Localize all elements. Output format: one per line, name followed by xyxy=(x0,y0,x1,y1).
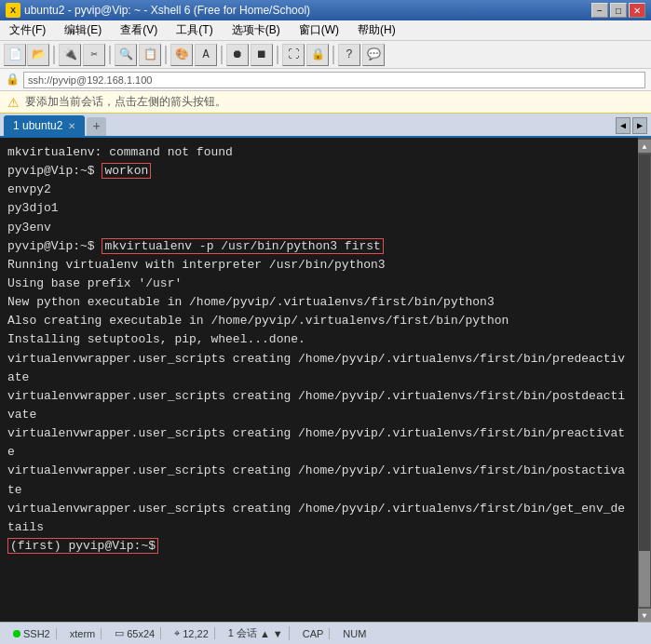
toolbar-btn-stop[interactable]: ⏹ xyxy=(251,44,273,66)
line-13: virtualenvwrapper.user_scripts creating … xyxy=(7,389,625,422)
scroll-handle[interactable] xyxy=(639,551,650,607)
sessions-nav-up[interactable]: ▲ xyxy=(260,628,270,639)
terminal-output[interactable]: mkvirtualenv: command not found pyvip@Vi… xyxy=(0,138,638,622)
vertical-scrollbar[interactable]: ▲ ▼ xyxy=(638,138,651,622)
toolbar-btn-open[interactable]: 📂 xyxy=(27,44,49,66)
toolbar-group-1: 📄 📂 xyxy=(4,44,49,66)
address-input[interactable] xyxy=(23,72,645,88)
line-15: virtualenvwrapper.user_scripts creating … xyxy=(7,463,625,496)
status-bar: SSH2 xterm ▭ 65x24 ⌖ 12,22 1 会话 ▲ ▼ CAP … xyxy=(0,622,651,644)
menu-tabs[interactable]: 选项卡(B) xyxy=(226,20,286,40)
menu-edit[interactable]: 编辑(E) xyxy=(59,20,107,40)
line-2: pyvip@Vip:~$ workon xyxy=(7,163,151,179)
menu-bar: 文件(F) 编辑(E) 查看(V) 工具(T) 选项卡(B) 窗口(W) 帮助(… xyxy=(0,20,651,41)
toolbar-btn-copy[interactable]: 📋 xyxy=(139,44,161,66)
cap-label: CAP xyxy=(303,628,324,639)
tab-prev-button[interactable]: ◀ xyxy=(616,117,631,134)
status-size: ▭ 65x24 xyxy=(109,627,161,639)
toolbar-sep-6 xyxy=(332,46,334,64)
scroll-up-button[interactable]: ▲ xyxy=(638,140,651,153)
line-16: virtualenvwrapper.user_scripts creating … xyxy=(7,502,625,534)
line-14: virtualenvwrapper.user_scripts creating … xyxy=(7,426,625,459)
menu-view[interactable]: 查看(V) xyxy=(115,20,163,40)
toolbar-sep-3 xyxy=(165,46,167,64)
terminal-label: xterm xyxy=(70,628,96,639)
toolbar-btn-help[interactable]: ? xyxy=(338,44,360,66)
toolbar-btn-lock[interactable]: 🔒 xyxy=(306,44,329,66)
line-17: (first) pyvip@Vip:~$ xyxy=(7,538,158,554)
position-label: 12,22 xyxy=(183,628,209,639)
status-num: NUM xyxy=(337,628,372,639)
terminal-wrapper: mkvirtualenv: command not found pyvip@Vi… xyxy=(0,138,651,622)
scroll-down-button[interactable]: ▼ xyxy=(638,609,651,622)
line-5: py3env xyxy=(7,221,51,235)
lock-icon: 🔒 xyxy=(6,73,20,87)
toolbar-sep-4 xyxy=(221,46,223,64)
toolbar-btn-disconnect[interactable]: ✂ xyxy=(83,44,105,66)
line-6: pyvip@Vip:~$ mkvirtualenv -p /usr/bin/py… xyxy=(7,238,384,254)
scroll-track[interactable] xyxy=(639,154,650,607)
line-12: virtualenvwrapper.user_scripts creating … xyxy=(7,352,625,384)
toolbar-sep-5 xyxy=(277,46,278,64)
terminal-content: mkvirtualenv: command not found pyvip@Vi… xyxy=(7,143,631,556)
menu-tools[interactable]: 工具(T) xyxy=(170,20,218,40)
minimize-button[interactable]: − xyxy=(591,3,608,18)
title-bar-left: X ubuntu2 - pyvip@Vip: ~ - Xshell 6 (Fre… xyxy=(6,3,310,18)
toolbar-btn-fullscreen[interactable]: ⛶ xyxy=(282,44,305,66)
size-label: 65x24 xyxy=(127,628,155,639)
window-title: ubuntu2 - pyvip@Vip: ~ - Xshell 6 (Free … xyxy=(24,4,310,17)
tab-add-button[interactable]: + xyxy=(87,117,105,136)
toolbar-btn-info[interactable]: 💬 xyxy=(362,44,385,66)
app-icon: X xyxy=(6,3,20,18)
line-4: py3djo1 xyxy=(7,201,59,215)
toolbar-btn-connect[interactable]: 🔌 xyxy=(59,44,81,66)
status-position: ⌖ 12,22 xyxy=(169,627,215,639)
toolbar-btn-search[interactable]: 🔍 xyxy=(115,44,137,66)
status-sessions: 1 会话 ▲ ▼ xyxy=(223,626,290,640)
line-1: mkvirtualenv: command not found xyxy=(7,145,233,159)
status-cap: CAP xyxy=(297,628,331,639)
menu-help[interactable]: 帮助(H) xyxy=(352,20,401,40)
tab-close-icon[interactable]: ✕ xyxy=(68,121,75,131)
line-3: envpy2 xyxy=(7,182,51,196)
title-bar: X ubuntu2 - pyvip@Vip: ~ - Xshell 6 (Fre… xyxy=(0,0,651,20)
title-buttons: − □ ✕ xyxy=(591,3,645,18)
toolbar-btn-font[interactable]: A xyxy=(195,44,217,66)
close-button[interactable]: ✕ xyxy=(629,3,645,18)
toolbar-sep-2 xyxy=(109,46,111,64)
address-bar: 🔒 xyxy=(0,69,651,91)
status-terminal: xterm xyxy=(64,628,102,639)
tab-navigation: ◀ ▶ xyxy=(616,117,647,136)
line-8: Using base prefix '/usr' xyxy=(7,276,182,290)
line-7: Running virtualenv with interpreter /usr… xyxy=(7,258,386,272)
line-10: Also creating executable in /home/pyvip/… xyxy=(7,314,509,328)
status-ssh: SSH2 xyxy=(7,628,57,639)
tab-bar: 1 ubuntu2 ✕ + ◀ ▶ xyxy=(0,114,651,138)
line-11: Installing setuptools, pip, wheel...done… xyxy=(7,332,305,346)
notification-bar: ⚠ 要添加当前会话，点击左侧的箭头按钮。 xyxy=(0,91,651,114)
app-window: X ubuntu2 - pyvip@Vip: ~ - Xshell 6 (Fre… xyxy=(0,0,651,644)
notification-text: 要添加当前会话，点击左侧的箭头按钮。 xyxy=(25,94,226,110)
warning-icon: ⚠ xyxy=(7,95,20,110)
size-icon: ▭ xyxy=(115,627,124,639)
toolbar-btn-color[interactable]: 🎨 xyxy=(170,44,193,66)
sessions-label: 1 会话 xyxy=(228,626,257,640)
sessions-nav-down[interactable]: ▼ xyxy=(273,628,283,639)
toolbar-sep-1 xyxy=(53,46,55,64)
position-icon: ⌖ xyxy=(174,627,180,639)
menu-file[interactable]: 文件(F) xyxy=(4,20,51,40)
ssh-status-indicator xyxy=(13,630,20,637)
toolbar-btn-new[interactable]: 📄 xyxy=(4,44,26,66)
toolbar-btn-rec[interactable]: ⏺ xyxy=(226,44,249,66)
tab-ubuntu2[interactable]: 1 ubuntu2 ✕ xyxy=(4,115,85,136)
num-label: NUM xyxy=(343,628,366,639)
maximize-button[interactable]: □ xyxy=(610,3,627,18)
line-9: New python executable in /home/pyvip/.vi… xyxy=(7,295,495,309)
toolbar: 📄 📂 🔌 ✂ 🔍 📋 🎨 A ⏺ ⏹ ⛶ 🔒 ? 💬 xyxy=(0,41,651,69)
menu-window[interactable]: 窗口(W) xyxy=(293,20,345,40)
tab-next-button[interactable]: ▶ xyxy=(632,117,647,134)
tab-label: 1 ubuntu2 xyxy=(13,119,62,132)
ssh-label: SSH2 xyxy=(23,628,50,639)
